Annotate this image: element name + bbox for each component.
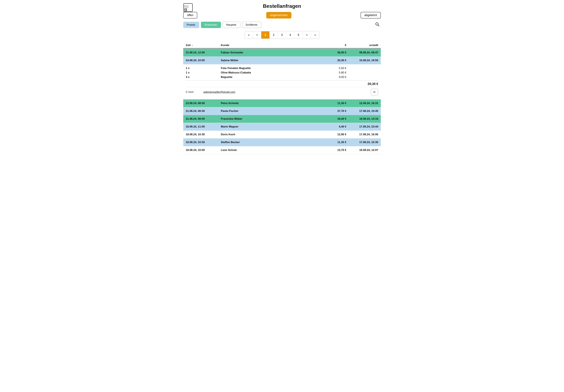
table-row[interactable]: 18.08.24, 11:00 Marie Wagner 4,40 € 17.0… (183, 123, 381, 131)
table-row[interactable]: 23.08.24, 08:00 Petra Schmitz 11,30 € 12… (183, 99, 381, 107)
order-erstellt: 17.08.24, 10:30 (346, 141, 378, 144)
order-zeit: 24.08.24, 10:00 (186, 59, 221, 62)
email-link[interactable]: sabinemueller@gmail.com (203, 91, 235, 94)
item-desc: Baguette (221, 76, 321, 79)
order-kunde: Fabian Schneider (221, 51, 321, 54)
order-euro: 4,40 € (321, 125, 346, 128)
page-3-btn[interactable]: 3 (278, 31, 286, 39)
edit-icon: ✏ (373, 91, 376, 94)
order-kunde: Paula Fischer (221, 110, 321, 113)
table-row[interactable]: 18.08.24, 10:30 Doris Koch 12,90 € 17.08… (183, 131, 381, 139)
item-price: 5,50 € (321, 67, 346, 70)
item-desc: Feta-Tomaten Baguette (221, 67, 321, 70)
table-row[interactable]: 24.08.24, 10:00 Sabine Müller 20,30 € 15… (183, 56, 381, 64)
col-header-euro: € (321, 44, 346, 47)
order-zeit: 31.08.24, 12:00 (186, 51, 221, 54)
order-kunde: Steffen Becker (221, 141, 321, 144)
order-zeit: 21.08.24, 08:00 (186, 117, 221, 120)
logo: BULLE BACKEREI (183, 3, 193, 12)
page-title: Bestellanfragen (263, 3, 301, 9)
email-label: E-Mail: (186, 91, 198, 94)
order-euro: 12,90 € (321, 133, 346, 136)
item-price: 5,80 € (321, 71, 346, 74)
page-last-btn[interactable]: » (311, 31, 319, 39)
order-detail: 1 x Feta-Tomaten Baguette 5,50 € 1 x Oli… (183, 64, 381, 99)
status-btn-offen[interactable]: offen (183, 12, 197, 18)
order-euro: 18,40 € (321, 117, 346, 120)
order-erstellt: 12.08.24, 16:31 (346, 102, 378, 105)
order-euro: 37,70 € (321, 110, 346, 113)
order-erstellt: 15.08.24, 19:55 (346, 59, 378, 62)
order-erstellt: 16.08.24, 13:16 (346, 117, 378, 120)
order-euro: 11,30 € (321, 102, 346, 105)
order-euro: 36,00 € (321, 51, 346, 54)
page-prev-btn[interactable]: < (253, 31, 261, 39)
order-euro: 12,70 € (321, 149, 346, 152)
order-euro: 11,30 € (321, 141, 346, 144)
table-row[interactable]: 18.08.24, 10:00 Leon Schulz 12,70 € 16.0… (183, 146, 381, 154)
filter-row: Poststr. Schlossstr. Hauptstr. Schillers… (183, 21, 381, 28)
search-button[interactable] (374, 21, 381, 28)
table-row[interactable]: 21.08.24, 08:30 Paula Fischer 37,70 € 17… (183, 107, 381, 115)
detail-item: 1 x Olive-Walnuss-Ciabatta 5,80 € (186, 70, 378, 75)
table-header: Zeit ↓ Kunde € erstellt (183, 42, 381, 48)
edit-button[interactable]: ✏ (371, 89, 378, 96)
item-qty: 1 x (186, 67, 221, 70)
filter-schlossstr[interactable]: Schlossstr. (201, 22, 221, 28)
filter-hauptstr[interactable]: Hauptstr. (222, 22, 240, 28)
status-bar: offen angenommen abgelehnt (183, 12, 381, 18)
page-2-btn[interactable]: 2 (270, 31, 278, 39)
order-kunde: Petra Schmitz (221, 102, 321, 105)
header: BULLE BACKEREI Bestellanfragen (183, 3, 381, 9)
svg-text:BACKEREI: BACKEREI (184, 7, 189, 8)
pagination: « < 1 2 3 4 5 > » (244, 31, 320, 39)
order-zeit: 18.08.24, 11:00 (186, 125, 221, 128)
order-kunde: Franziska Weber (221, 117, 321, 120)
page-1-btn[interactable]: 1 (261, 31, 270, 39)
filter-schillerstr[interactable]: Schillerstr. (242, 22, 261, 28)
status-btn-angenommen[interactable]: angenommen (266, 12, 291, 18)
page-next-btn[interactable]: > (303, 31, 311, 39)
order-kunde: Doris Koch (221, 133, 321, 136)
order-zeit: 18.08.24, 10:30 (186, 141, 221, 144)
order-zeit: 21.08.24, 08:30 (186, 110, 221, 113)
filter-poststr[interactable]: Poststr. (183, 22, 199, 28)
order-zeit: 18.08.24, 10:30 (186, 133, 221, 136)
order-zeit: 18.08.24, 10:00 (186, 149, 221, 152)
detail-email-row: E-Mail: sabinemueller@gmail.com ✏ (186, 87, 378, 97)
order-erstellt: 17.08.24, 10:45 (346, 110, 378, 113)
page-wrapper: BULLE BACKEREI Bestellanfragen offen ang… (179, 0, 385, 160)
detail-item: 3 x Baguette 9,00 € (186, 75, 378, 79)
item-qty: 3 x (186, 76, 221, 79)
sort-icon: ↓ (192, 44, 193, 47)
order-erstellt: 17.08.24, 16:06 (346, 133, 378, 136)
order-erstellt: 16.08.24, 12:07 (346, 149, 378, 152)
order-kunde: Sabine Müller (221, 59, 321, 62)
item-desc: Olive-Walnuss-Ciabatta (221, 71, 321, 74)
order-kunde: Leon Schulz (221, 149, 321, 152)
page-4-btn[interactable]: 4 (286, 31, 294, 39)
page-5-btn[interactable]: 5 (294, 31, 303, 39)
order-total: 20,30 € (186, 80, 378, 86)
order-euro: 20,30 € (321, 59, 346, 62)
orders-list: 31.08.24, 12:00 Fabian Schneider 36,00 €… (183, 49, 381, 154)
order-erstellt: 08.08.24, 09:47 (346, 51, 378, 54)
table-row[interactable]: 31.08.24, 12:00 Fabian Schneider 36,00 €… (183, 49, 381, 56)
order-zeit: 23.08.24, 08:00 (186, 102, 221, 105)
page-first-btn[interactable]: « (245, 31, 253, 39)
item-price: 9,00 € (321, 76, 346, 79)
table-row[interactable]: 18.08.24, 10:30 Steffen Becker 11,30 € 1… (183, 139, 381, 146)
col-header-zeit[interactable]: Zeit ↓ (186, 44, 221, 47)
detail-item: 1 x Feta-Tomaten Baguette 5,50 € (186, 66, 378, 70)
order-erstellt: 17.08.24, 23:44 (346, 125, 378, 128)
svg-point-3 (376, 23, 378, 25)
table-row[interactable]: 21.08.24, 08:00 Franziska Weber 18,40 € … (183, 115, 381, 123)
col-header-erstellt: erstellt (346, 44, 378, 47)
status-btn-abgelehnt[interactable]: abgelehnt (360, 12, 381, 18)
order-kunde: Marie Wagner (221, 125, 321, 128)
svg-text:BULLE: BULLE (184, 5, 189, 7)
item-qty: 1 x (186, 71, 221, 74)
svg-line-4 (378, 25, 379, 26)
col-header-kunde: Kunde (221, 44, 321, 47)
